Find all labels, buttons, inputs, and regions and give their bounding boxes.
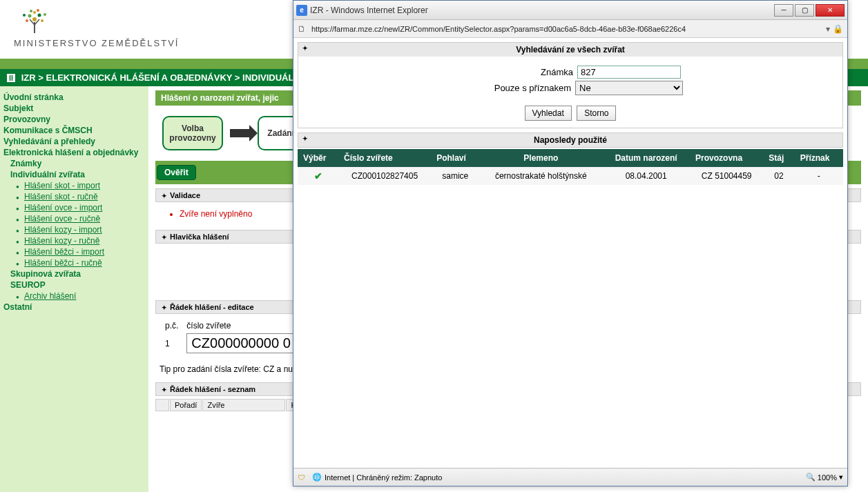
ie-icon: e xyxy=(296,5,307,16)
svg-point-6 xyxy=(37,9,39,12)
breadcrumb-icon: II xyxy=(7,74,15,82)
check-icon[interactable]: ✔ xyxy=(314,170,322,181)
zoom-value: 100% xyxy=(818,473,837,482)
svg-point-9 xyxy=(33,11,36,14)
cell-cislo: CZ000102827405 xyxy=(338,167,431,185)
nav-provozovny[interactable]: Provozovny xyxy=(3,114,145,125)
nav-komunikace[interactable]: Komunikace s ČMSCH xyxy=(3,125,145,136)
nav-kozy-rucne[interactable]: Hlášení kozy - ručně xyxy=(3,235,145,246)
zoom-icon: 🔍 xyxy=(806,473,816,482)
status-bar: 🛡 🌐 Internet | Chráněný režim: Zapnuto 🔍… xyxy=(293,468,847,486)
cell-provozovna: CZ 51004459 xyxy=(690,167,763,185)
cell-plemeno: černostrakaté holštýnské xyxy=(479,167,602,185)
nav-bezci-rucne[interactable]: Hlášení běžci - ručně xyxy=(3,257,145,268)
bc-2[interactable]: ELEKTRONICKÁ HLÁŠENÍ A OBJEDNÁVKY xyxy=(46,72,233,83)
lock-icon: 🔒 xyxy=(833,24,843,34)
znamka-input[interactable] xyxy=(577,66,681,79)
search-header[interactable]: ✦Vyhledávání ze všech zvířat xyxy=(298,43,842,57)
zoom-control[interactable]: 🔍 100% ▾ xyxy=(806,473,843,482)
nav-individualni[interactable]: Individuální zvířata xyxy=(3,169,145,180)
nav-ovce-import[interactable]: Hlášení ovce - import xyxy=(3,202,145,213)
nav-bezci-import[interactable]: Hlášení běžci - import xyxy=(3,246,145,257)
svg-point-2 xyxy=(38,14,41,17)
th-priznak: Příznak xyxy=(795,149,843,167)
status-text: Internet | Chráněný režim: Zapnuto xyxy=(325,473,442,482)
cell-staj: 02 xyxy=(763,167,794,185)
svg-point-8 xyxy=(44,13,46,16)
nav-ostatni[interactable]: Ostatní xyxy=(3,302,145,313)
row-number: 1 xyxy=(161,332,182,355)
nav-seurop[interactable]: SEUROP xyxy=(3,279,145,291)
th-staj: Stáj xyxy=(763,149,794,167)
window-titlebar[interactable]: e IZR - Windows Internet Explorer ─ ▢ ✕ xyxy=(293,1,847,20)
sidebar: Úvodní stránka Subjekt Provozovny Komuni… xyxy=(0,86,148,492)
maximize-button[interactable]: ▢ xyxy=(795,4,814,17)
minimize-button[interactable]: ─ xyxy=(774,4,793,17)
overit-button[interactable]: Ověřit xyxy=(157,165,196,180)
page-icon: 🗋 xyxy=(298,24,309,34)
popup-content: ✦Vyhledávání ze všech zvířat Známka Pouz… xyxy=(293,38,847,462)
arrow-icon xyxy=(230,129,251,137)
vyhledat-button[interactable]: Vyhledat xyxy=(525,106,572,121)
storno-button[interactable]: Storno xyxy=(577,106,616,121)
shield-icon: 🛡 xyxy=(298,473,305,482)
chevron-icon: ✦ xyxy=(162,234,167,241)
cell-priznak: - xyxy=(795,167,843,185)
chevron-icon: ✦ xyxy=(302,135,308,142)
bc-0[interactable]: IZR xyxy=(21,72,36,83)
svg-point-1 xyxy=(28,14,32,18)
svg-point-3 xyxy=(26,19,28,22)
nav-skot-import[interactable]: Hlášení skot - import xyxy=(3,180,145,191)
table-row[interactable]: ✔ CZ000102827405 samice černostrakaté ho… xyxy=(298,167,843,185)
cell-pohlavi: samice xyxy=(431,167,479,185)
nav-skupinova[interactable]: Skupinová zvířata xyxy=(3,268,145,279)
wf-step-volba[interactable]: Volba provozovny xyxy=(162,116,223,150)
chevron-icon: ✦ xyxy=(162,386,167,393)
nav-uvodni[interactable]: Úvodní stránka xyxy=(3,92,145,103)
nav-elektronicka[interactable]: Elektronická hlášení a objednávky xyxy=(3,147,145,158)
nav-archiv[interactable]: Archiv hlášení xyxy=(3,291,145,302)
recent-table: Výběr Číslo zvířete Pohlaví Plemeno Datu… xyxy=(298,149,843,185)
nav-znamky[interactable]: Známky xyxy=(3,158,145,169)
close-button[interactable]: ✕ xyxy=(816,4,845,17)
priznak-label: Pouze s příznakem xyxy=(458,83,575,93)
dropdown-icon[interactable]: ▾ xyxy=(826,24,830,34)
nav-ovce-rucne[interactable]: Hlášení ovce - ručně xyxy=(3,213,145,224)
th-datum-nar: Datum narození xyxy=(602,149,690,167)
svg-point-0 xyxy=(32,17,37,21)
nav-kozy-import[interactable]: Hlášení kozy - import xyxy=(3,224,145,235)
svg-point-7 xyxy=(23,14,26,17)
zoom-dropdown-icon[interactable]: ▾ xyxy=(839,473,843,482)
th-pohlavi: Pohlaví xyxy=(431,149,479,167)
th-provozovna: Provozovna xyxy=(690,149,763,167)
th-plemeno: Plemeno xyxy=(479,149,602,167)
znamka-label: Známka xyxy=(460,67,577,77)
cell-datum: 08.04.2001 xyxy=(602,167,690,185)
chevron-icon: ✦ xyxy=(162,193,167,199)
recent-header[interactable]: ✦Naposledy použité xyxy=(298,132,843,148)
url-field[interactable] xyxy=(311,25,826,33)
svg-point-4 xyxy=(41,19,44,22)
nav-vyhledavani[interactable]: Vyhledávání a přehledy xyxy=(3,136,145,147)
chevron-icon: ✦ xyxy=(302,45,308,52)
window-title: IZR - Windows Internet Explorer xyxy=(310,6,774,15)
nav-subjekt[interactable]: Subjekt xyxy=(3,103,145,114)
th-cislo: Číslo zvířete xyxy=(338,149,431,167)
ministry-logo-icon xyxy=(17,6,52,37)
th-vyber: Výběr xyxy=(298,149,338,167)
svg-point-5 xyxy=(30,10,32,12)
ie-popup-window: e IZR - Windows Internet Explorer ─ ▢ ✕ … xyxy=(293,0,848,486)
th-pc: p.č. xyxy=(161,319,182,332)
nav-skot-rucne[interactable]: Hlášení skot - ručně xyxy=(3,191,145,202)
chevron-icon: ✦ xyxy=(162,304,167,311)
search-panel: ✦Vyhledávání ze všech zvířat Známka Pouz… xyxy=(298,42,843,128)
priznak-select[interactable]: Ne xyxy=(575,81,683,95)
globe-icon: 🌐 xyxy=(312,473,322,482)
address-bar: 🗋 ▾ 🔒 xyxy=(293,20,847,38)
